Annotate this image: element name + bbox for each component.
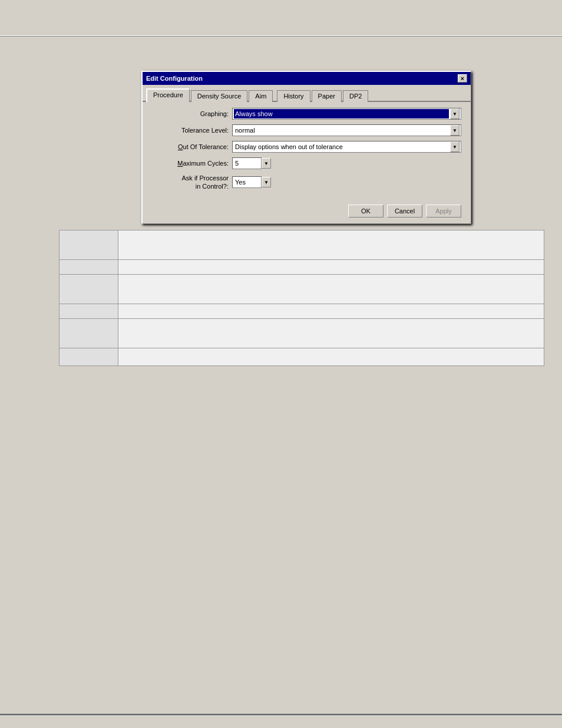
page-wrapper: Edit Configuration × Procedure Density S… <box>0 0 562 728</box>
table-cell-col2 <box>118 304 544 319</box>
table-row <box>59 275 544 304</box>
tab-procedure[interactable]: Procedure <box>146 88 190 102</box>
maximum-cycles-row: Maximum Cycles: 5 ▼ <box>152 157 461 169</box>
out-of-tolerance-row: Out Of Tolerance: Display options when o… <box>152 141 461 153</box>
tolerance-level-select[interactable]: normal ▼ <box>232 124 461 136</box>
tab-aim[interactable]: Aim <box>249 90 273 102</box>
out-of-tolerance-select[interactable]: Display options when out of tolerance ▼ <box>232 141 461 153</box>
ok-button[interactable]: OK <box>348 205 384 218</box>
table-cell-col2 <box>118 260 544 275</box>
tolerance-level-selected-value: normal <box>234 126 449 135</box>
out-of-tolerance-dropdown-arrow[interactable]: ▼ <box>450 141 459 152</box>
table-cell-col1 <box>59 304 118 319</box>
table-section <box>59 230 544 366</box>
out-of-tolerance-control: Display options when out of tolerance ▼ <box>232 141 461 153</box>
top-divider <box>0 35 562 37</box>
dialog-content: Graphing: Always show ▼ Tolerance Level:… <box>143 102 471 201</box>
table-cell-col1 <box>59 348 118 366</box>
graphing-row: Graphing: Always show ▼ <box>152 108 461 120</box>
tolerance-level-dropdown-arrow[interactable]: ▼ <box>450 125 459 136</box>
table-row <box>59 304 544 319</box>
out-of-tolerance-selected-value: Display options when out of tolerance <box>234 142 449 151</box>
tolerance-level-row: Tolerance Level: normal ▼ <box>152 124 461 136</box>
ask-processor-row: Ask if Processor in Control?: Yes ▼ <box>152 174 461 190</box>
apply-button[interactable]: Apply <box>426 205 461 218</box>
table-cell-col1 <box>59 275 118 304</box>
table-cell-col1 <box>59 260 118 275</box>
cancel-button[interactable]: Cancel <box>387 205 422 218</box>
table-cell-col2 <box>118 348 544 366</box>
graphing-control: Always show ▼ <box>232 108 461 120</box>
table-row <box>59 230 544 260</box>
maximum-cycles-label: Maximum Cycles: <box>152 160 229 167</box>
tolerance-level-control: normal ▼ <box>232 124 461 136</box>
table-row <box>59 348 544 366</box>
dialog-titlebar: Edit Configuration × <box>143 72 471 85</box>
ask-processor-control: Yes ▼ <box>232 176 461 188</box>
tabs-bar: Procedure Density Source Aim History Pap… <box>143 85 471 102</box>
ask-processor-select[interactable]: Yes <box>232 176 262 188</box>
table-cell-col2 <box>118 230 544 260</box>
tab-density-source[interactable]: Density Source <box>191 90 248 102</box>
table-row <box>59 260 544 275</box>
table-row <box>59 319 544 348</box>
data-table <box>59 230 544 366</box>
out-of-tolerance-label: Out Of Tolerance: <box>152 143 229 150</box>
maximum-cycles-dropdown-arrow[interactable]: ▼ <box>262 158 271 169</box>
edit-configuration-dialog: Edit Configuration × Procedure Density S… <box>141 71 471 224</box>
graphing-dropdown-arrow[interactable]: ▼ <box>450 108 459 119</box>
tolerance-level-label: Tolerance Level: <box>152 127 229 134</box>
table-cell-col1 <box>59 319 118 348</box>
tab-dp2[interactable]: DP2 <box>343 90 368 102</box>
table-cell-col2 <box>118 275 544 304</box>
ask-processor-dropdown-arrow[interactable]: ▼ <box>262 177 271 187</box>
maximum-cycles-control: 5 ▼ <box>232 157 461 169</box>
graphing-selected-value: Always show <box>234 109 449 118</box>
maximum-cycles-select[interactable]: 5 <box>232 157 262 169</box>
table-cell-col1 <box>59 230 118 260</box>
tab-history[interactable]: History <box>277 90 310 102</box>
bottom-divider <box>0 714 562 716</box>
graphing-select[interactable]: Always show ▼ <box>232 108 461 120</box>
dialog-title: Edit Configuration <box>146 75 203 82</box>
ask-processor-value: Yes <box>235 179 246 186</box>
ask-processor-label: Ask if Processor in Control?: <box>152 174 229 190</box>
tab-paper[interactable]: Paper <box>312 90 342 102</box>
maximum-cycles-select-wrapper: 5 ▼ <box>232 157 271 169</box>
table-cell-col2 <box>118 319 544 348</box>
dialog-footer: OK Cancel Apply <box>143 201 471 223</box>
maximum-cycles-value: 5 <box>235 160 239 167</box>
graphing-label: Graphing: <box>152 110 229 117</box>
ask-processor-select-wrapper: Yes ▼ <box>232 176 271 188</box>
dialog-close-button[interactable]: × <box>458 74 467 83</box>
